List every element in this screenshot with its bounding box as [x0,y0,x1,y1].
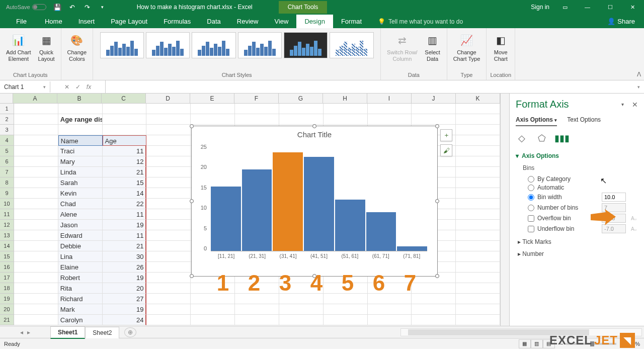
cell[interactable] [368,114,412,125]
embedded-chart[interactable]: Chart Title 2520151050 [11, 21](21, 31](… [191,126,438,277]
cell[interactable] [191,315,235,325]
resize-handle-e[interactable] [435,199,439,203]
section-number[interactable]: ▸ Number [516,250,638,257]
cell[interactable]: Age range distribution [58,114,103,125]
chart-title[interactable]: Chart Title [192,130,437,139]
tab-view[interactable]: View [266,15,296,28]
undo-icon[interactable]: ↶ [68,3,76,11]
row-header-11[interactable]: 11 [0,209,14,220]
radio-bin-width[interactable] [528,194,534,201]
cell[interactable] [456,135,500,146]
chart-bars[interactable] [211,144,427,251]
row-header-20[interactable]: 20 [0,304,14,315]
cell[interactable] [14,156,58,167]
cell[interactable] [146,262,191,273]
cell[interactable]: 12 [103,156,147,167]
tell-me-search[interactable]: 💡 Tell me what you want to do [374,15,467,28]
qat-dropdown-icon[interactable]: ▾ [99,3,107,11]
cell[interactable] [14,188,58,199]
ribbon-display-icon[interactable]: ▭ [553,0,576,14]
cell[interactable] [456,262,500,273]
resize-handle-sw[interactable] [190,274,194,278]
option-by-category[interactable]: By Category [528,175,638,183]
cell[interactable] [456,199,500,209]
row-header-16[interactable]: 16 [0,262,14,273]
cell[interactable] [368,304,412,315]
cell[interactable] [146,209,191,220]
chart-bar[interactable] [304,157,334,251]
fx-icon[interactable]: fx [87,83,91,90]
option-overflow-bin[interactable]: Overflow binAᵤ [528,214,638,223]
cell[interactable] [14,262,58,273]
cell[interactable]: Rita [58,283,103,294]
cell[interactable]: Edward [58,230,103,241]
vertical-scrollbar[interactable] [500,94,509,326]
option-underflow-bin[interactable]: Underflow binAᵤ [528,224,638,233]
col-header-K[interactable]: K [456,94,500,103]
cell[interactable] [146,294,191,304]
tab-format[interactable]: Format [333,15,370,28]
cell[interactable] [191,304,235,315]
tab-insert[interactable]: Insert [70,15,103,28]
tab-data[interactable]: Data [199,15,228,28]
enter-formula-icon[interactable]: ✓ [75,83,80,90]
cell[interactable] [456,230,500,241]
row-header-3[interactable]: 3 [0,125,14,135]
cell[interactable] [14,167,58,177]
cell[interactable]: Lina [58,251,103,262]
cell[interactable] [146,230,191,241]
cell[interactable] [14,125,58,135]
cell[interactable] [456,315,500,325]
cell[interactable] [14,104,58,114]
cell[interactable] [58,125,103,135]
formula-expand-icon[interactable]: ▾ [633,84,644,89]
chart-bar[interactable] [242,169,272,251]
cell[interactable] [412,114,456,125]
cell[interactable]: 20 [103,283,147,294]
cell[interactable] [14,304,58,315]
cell[interactable] [235,304,279,315]
cell[interactable] [14,209,58,220]
cell[interactable] [14,283,58,294]
cell[interactable]: 30 [103,251,147,262]
add-chart-element-button[interactable]: 📊 Add Chart Element [3,30,34,64]
cell[interactable]: Mark [58,304,103,315]
cell[interactable] [146,125,191,135]
cell[interactable]: Linda [58,167,103,177]
col-header-B[interactable]: B [57,94,102,103]
col-header-F[interactable]: F [234,94,279,103]
cell[interactable] [191,114,235,125]
chart-styles-gallery[interactable] [96,30,378,72]
cancel-formula-icon[interactable]: ✕ [64,83,69,90]
cell[interactable] [58,104,103,114]
quick-layout-button[interactable]: ▦ Quick Layout [35,30,58,64]
resize-handle-w[interactable] [190,199,194,203]
cell[interactable] [146,273,191,283]
cell[interactable] [456,104,500,114]
col-header-C[interactable]: C [102,94,146,103]
row-header-1[interactable]: 1 [0,104,14,114]
cell[interactable] [146,167,191,177]
cell[interactable] [235,315,279,325]
row-header-14[interactable]: 14 [0,241,14,251]
cell[interactable] [456,146,500,156]
pane-tab-text-options[interactable]: Text Options [567,116,601,126]
tab-formulas[interactable]: Formulas [155,15,199,28]
cell[interactable]: Name [58,135,103,146]
cell[interactable] [456,251,500,262]
radio-automatic[interactable] [528,185,534,191]
cell[interactable] [146,114,191,125]
cell[interactable]: Richard [58,294,103,304]
new-sheet-button[interactable]: ⊕ [124,327,136,337]
chart-style-thumb[interactable] [284,32,328,58]
col-header-D[interactable]: D [146,94,190,103]
save-icon[interactable]: 💾 [53,3,61,11]
cell[interactable] [146,135,191,146]
sheet-tab-sheet1[interactable]: Sheet1 [50,326,85,339]
change-chart-type-button[interactable]: 📈 Change Chart Type [450,30,484,64]
row-header-2[interactable]: 2 [0,114,14,125]
radio-number-of-bins[interactable] [528,205,534,211]
autosave-toggle[interactable]: AutoSave [6,4,46,10]
row-header-6[interactable]: 6 [0,156,14,167]
cell[interactable] [14,146,58,156]
